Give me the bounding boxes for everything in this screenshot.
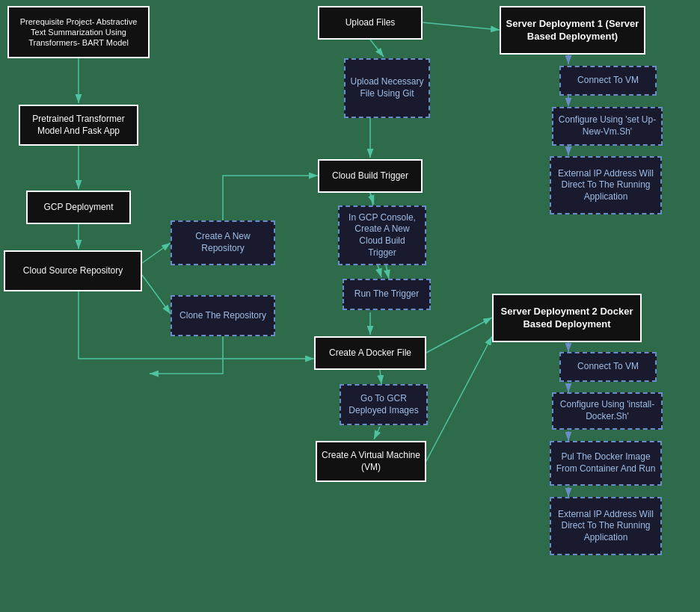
gcp-node: GCP Deployment [26, 191, 131, 224]
external1-node: External IP Address Will Direct To The R… [550, 156, 662, 214]
create-repo-node: Create A New Repository [171, 220, 275, 265]
upload-files-node: Upload Files [318, 6, 423, 40]
pull-docker-node: Pul The Docker Image From Container And … [550, 441, 662, 486]
prerequisite-node: Prerequisite Project- Abstractive Text S… [7, 6, 150, 58]
cloud-source-node: Cloud Source Repository [4, 250, 142, 291]
gcp-console-node: In GCP Console, Create A New Cloud Build… [338, 205, 426, 265]
cloud-build-node: Cloud Build Trigger [318, 159, 423, 193]
svg-line-7 [370, 193, 374, 204]
svg-line-5 [370, 40, 384, 57]
svg-line-8 [378, 265, 381, 277]
upload-git-node: Upload Necessary File Using Git [344, 58, 430, 118]
virtual-machine-node: Create A Virtual Machine (VM) [316, 441, 426, 482]
gcr-images-node: Go To GCR Deployed Images [340, 384, 428, 425]
clone-repo-node: Clone The Repository [171, 295, 275, 336]
external2-node: External IP Address Will Direct To The R… [550, 497, 662, 555]
docker-file-node: Create A Docker File [314, 336, 426, 370]
connect-vm1-node: Connect To VM [559, 66, 657, 96]
connect-vm2-node: Connect To VM [559, 352, 657, 382]
configure2-node: Configure Using 'install-Docker.Sh' [552, 392, 663, 430]
run-trigger-node: Run The Trigger [343, 279, 431, 310]
svg-line-11 [374, 427, 380, 439]
server2-node: Server Deployment 2 Docker Based Deploym… [492, 294, 642, 342]
configure1-node: Configure Using 'set Up-New-Vm.Sh' [552, 107, 663, 146]
pretrained-node: Pretrained Transformer Model And Fask Ap… [19, 105, 138, 146]
server1-node: Server Deployment 1 (Server Based Deploy… [500, 6, 645, 55]
svg-line-10 [380, 370, 381, 384]
